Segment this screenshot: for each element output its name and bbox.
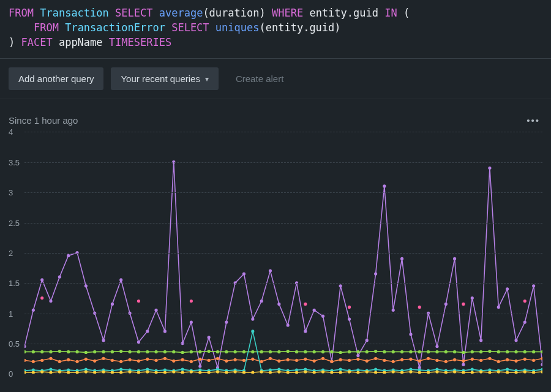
svg-point-220 bbox=[374, 368, 377, 371]
svg-point-137 bbox=[172, 360, 175, 363]
svg-point-144 bbox=[234, 358, 237, 361]
svg-point-244 bbox=[58, 371, 61, 374]
svg-point-165 bbox=[418, 360, 421, 363]
svg-point-307 bbox=[523, 300, 527, 303]
svg-point-305 bbox=[418, 306, 421, 309]
y-axis-gridline bbox=[24, 253, 542, 254]
svg-point-4 bbox=[58, 276, 61, 279]
y-axis-gridline bbox=[24, 283, 542, 284]
svg-point-140 bbox=[198, 358, 201, 361]
svg-point-262 bbox=[216, 371, 219, 374]
svg-point-113 bbox=[488, 350, 491, 353]
svg-point-124 bbox=[58, 360, 61, 363]
svg-point-302 bbox=[190, 300, 193, 303]
query-actions-row: Add another query Your recent queries ▾ … bbox=[0, 59, 551, 99]
recent-queries-button[interactable]: Your recent queries ▾ bbox=[111, 67, 219, 90]
svg-point-15 bbox=[154, 309, 157, 312]
y-axis-tick-label: 0.5 bbox=[9, 339, 20, 349]
svg-point-272 bbox=[304, 371, 307, 374]
svg-point-21 bbox=[208, 336, 211, 339]
svg-point-259 bbox=[190, 371, 193, 374]
svg-point-115 bbox=[506, 350, 509, 353]
svg-point-156 bbox=[339, 358, 342, 361]
svg-point-91 bbox=[295, 350, 298, 353]
svg-point-60 bbox=[24, 350, 26, 353]
svg-point-151 bbox=[295, 359, 298, 362]
svg-point-149 bbox=[277, 360, 280, 363]
svg-point-118 bbox=[532, 350, 535, 353]
y-axis-tick-label: 1 bbox=[9, 309, 13, 318]
svg-point-198 bbox=[181, 368, 184, 371]
svg-point-157 bbox=[348, 359, 351, 362]
svg-point-128 bbox=[93, 360, 96, 363]
svg-point-68 bbox=[93, 350, 96, 353]
svg-point-136 bbox=[163, 357, 167, 360]
svg-point-84 bbox=[234, 350, 237, 353]
svg-point-257 bbox=[172, 371, 175, 374]
svg-point-122 bbox=[40, 359, 43, 362]
svg-point-159 bbox=[365, 360, 369, 363]
svg-point-57 bbox=[523, 321, 527, 324]
svg-point-0 bbox=[24, 345, 26, 348]
y-axis-gridline bbox=[24, 132, 542, 132]
svg-point-129 bbox=[102, 357, 105, 360]
nrql-query-editor[interactable]: FROM Transaction SELECT average(duration… bbox=[0, 0, 551, 59]
svg-point-62 bbox=[40, 350, 43, 353]
chart-more-menu-icon[interactable]: ••• bbox=[524, 113, 542, 128]
svg-point-112 bbox=[479, 350, 482, 353]
svg-point-73 bbox=[137, 350, 140, 353]
svg-point-70 bbox=[111, 350, 114, 353]
svg-point-100 bbox=[374, 350, 377, 353]
svg-point-80 bbox=[198, 350, 201, 353]
svg-point-28 bbox=[269, 270, 272, 273]
svg-point-174 bbox=[497, 360, 500, 363]
svg-point-53 bbox=[488, 167, 491, 170]
svg-point-141 bbox=[208, 359, 211, 362]
svg-point-132 bbox=[128, 358, 131, 361]
svg-point-23 bbox=[225, 321, 228, 324]
svg-point-135 bbox=[154, 359, 157, 362]
svg-point-139 bbox=[190, 360, 193, 363]
svg-point-254 bbox=[146, 371, 149, 374]
svg-point-56 bbox=[514, 339, 517, 342]
svg-point-52 bbox=[479, 339, 482, 342]
svg-point-88 bbox=[269, 350, 272, 353]
create-alert-button[interactable]: Create alert bbox=[226, 67, 293, 90]
svg-point-81 bbox=[208, 350, 211, 353]
svg-point-29 bbox=[277, 303, 280, 306]
svg-point-105 bbox=[418, 350, 421, 353]
svg-point-177 bbox=[523, 358, 527, 361]
svg-point-138 bbox=[181, 358, 184, 361]
y-axis-gridline bbox=[24, 162, 542, 163]
add-another-query-button[interactable]: Add another query bbox=[9, 67, 103, 90]
svg-point-87 bbox=[260, 350, 263, 353]
svg-point-44 bbox=[409, 333, 412, 336]
svg-point-161 bbox=[383, 359, 386, 362]
svg-point-47 bbox=[435, 345, 438, 348]
svg-point-160 bbox=[374, 357, 377, 360]
svg-point-116 bbox=[514, 350, 517, 353]
svg-point-300 bbox=[40, 296, 43, 300]
svg-point-152 bbox=[304, 358, 307, 361]
svg-point-108 bbox=[444, 350, 448, 353]
svg-point-155 bbox=[330, 360, 333, 363]
svg-point-153 bbox=[313, 360, 316, 363]
svg-point-43 bbox=[400, 257, 403, 260]
svg-point-33 bbox=[313, 309, 316, 312]
svg-point-1 bbox=[32, 309, 35, 312]
svg-point-98 bbox=[356, 350, 359, 353]
svg-point-216 bbox=[339, 368, 342, 371]
timeseries-chart: 00.511.522.533.54 bbox=[9, 132, 542, 374]
svg-point-107 bbox=[435, 350, 438, 353]
svg-point-109 bbox=[453, 350, 456, 353]
svg-point-77 bbox=[172, 350, 175, 353]
chart-series bbox=[40, 296, 527, 309]
svg-point-76 bbox=[163, 350, 167, 353]
svg-point-61 bbox=[32, 350, 35, 353]
svg-point-267 bbox=[260, 371, 263, 374]
svg-point-274 bbox=[321, 371, 324, 374]
svg-point-121 bbox=[32, 360, 35, 363]
svg-point-303 bbox=[304, 303, 307, 306]
y-axis-gridline bbox=[24, 192, 542, 193]
svg-point-63 bbox=[49, 350, 52, 353]
